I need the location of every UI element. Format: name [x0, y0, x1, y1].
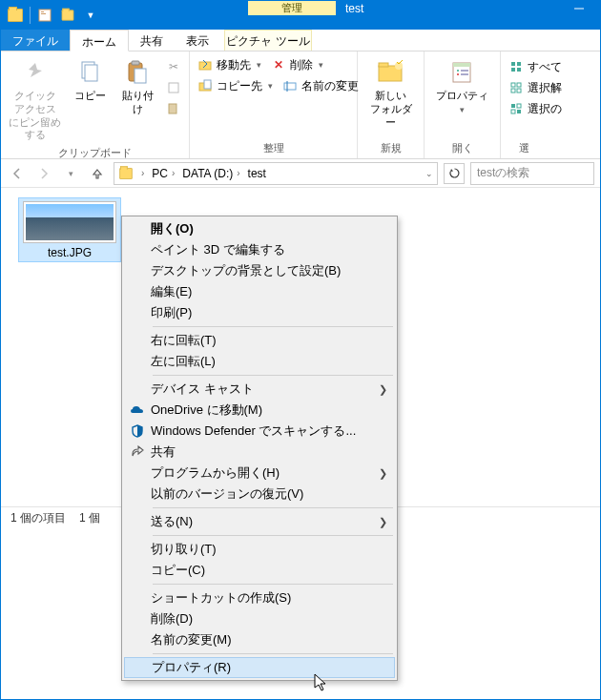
svg-rect-27 — [511, 68, 515, 72]
ctx-open[interactable]: 開く(O) — [124, 218, 395, 239]
ctx-cut[interactable]: 切り取り(T) — [124, 539, 395, 560]
nav-forward-button[interactable] — [33, 163, 54, 184]
ctx-rotate-left[interactable]: 左に回転(L) — [124, 351, 395, 372]
copy-button[interactable]: コピー — [67, 55, 113, 105]
ctx-rename[interactable]: 名前の変更(M) — [124, 629, 395, 650]
svg-point-18 — [395, 62, 403, 70]
paste-shortcut-button[interactable] — [162, 99, 185, 118]
tab-share[interactable]: 共有 — [129, 30, 175, 51]
qat-properties-icon[interactable] — [34, 5, 55, 26]
rename-icon — [282, 78, 298, 93]
ctx-copy[interactable]: コピー(C) — [124, 560, 395, 581]
ctx-defender[interactable]: Windows Defender でスキャンする... — [124, 421, 395, 442]
ctx-create-shortcut[interactable]: ショートカットの作成(S) — [124, 587, 395, 608]
ctx-set-wallpaper[interactable]: デスクトップの背景として設定(B) — [124, 260, 395, 281]
svg-point-21 — [457, 70, 459, 72]
nav-back-button[interactable] — [7, 163, 28, 184]
group-label-organize: 整理 — [194, 139, 353, 158]
search-input[interactable]: testの検索 — [470, 162, 594, 185]
svg-rect-0 — [39, 10, 51, 21]
rename-button[interactable]: 名前の変更 — [279, 76, 363, 95]
chevron-right-icon: ❯ — [373, 383, 387, 396]
properties-button[interactable]: プロパティ ▾ — [432, 55, 492, 117]
explorer-window: ▼ 管理 test ファイル ホーム 共有 表示 — [0, 0, 601, 700]
tab-home[interactable]: ホーム — [70, 30, 129, 51]
share-icon — [124, 445, 151, 459]
svg-rect-23 — [461, 70, 468, 72]
ctx-send-to[interactable]: 送る(N)❯ — [124, 511, 395, 532]
qat-new-folder-icon[interactable] — [57, 5, 78, 26]
svg-rect-35 — [517, 104, 521, 108]
search-placeholder: testの検索 — [477, 165, 529, 181]
breadcrumb-drive[interactable]: DATA (D:)› — [178, 163, 243, 184]
svg-rect-8 — [135, 69, 146, 83]
select-all-button[interactable]: すべて — [505, 57, 566, 76]
breadcrumb[interactable]: › PC› DATA (D:)› test ⌄ — [114, 162, 438, 185]
refresh-button[interactable] — [444, 163, 465, 184]
pin-icon — [20, 57, 51, 88]
ctx-open-with[interactable]: プログラムから開く(H)❯ — [124, 463, 395, 484]
svg-rect-5 — [85, 65, 97, 81]
svg-rect-17 — [379, 63, 388, 67]
nav-recent-dropdown[interactable]: ▾ — [60, 163, 81, 184]
breadcrumb-folder-icon[interactable] — [114, 167, 137, 180]
cut-button[interactable]: ✂ — [162, 57, 185, 76]
move-to-button[interactable]: 移動先▾ — [194, 55, 265, 74]
properties-icon — [447, 57, 478, 88]
svg-rect-26 — [517, 62, 521, 66]
ctx-properties[interactable]: プロパティ(R) — [124, 657, 395, 678]
ribbon-group-organize: 移動先▾ ✕削除▾ コピー先▾ 名前の変更 整理 — [190, 51, 358, 158]
svg-rect-24 — [461, 73, 468, 75]
delete-button[interactable]: ✕削除▾ — [267, 55, 327, 74]
contextual-tab-title: 管理 — [248, 1, 336, 15]
svg-rect-2 — [41, 13, 46, 14]
ctx-edit[interactable]: 編集(E) — [124, 281, 395, 302]
file-item[interactable]: test.JPG — [18, 197, 121, 262]
group-label-clipboard: クリップボード — [5, 144, 185, 163]
svg-rect-9 — [169, 83, 178, 93]
window-controls — [557, 4, 600, 13]
ribbon: クイック アクセス にピン留めする コピー 貼り付け ✂ クリップボード — [1, 51, 600, 159]
svg-rect-28 — [517, 68, 521, 72]
ctx-share[interactable]: 共有 — [124, 442, 395, 463]
ctx-cast[interactable]: デバイス キャスト❯ — [124, 379, 395, 400]
invert-selection-button[interactable]: 選択の — [505, 99, 566, 118]
ctx-print[interactable]: 印刷(P) — [124, 302, 395, 323]
ribbon-group-open: プロパティ ▾ 開く — [425, 51, 501, 158]
copy-path-button[interactable] — [162, 78, 185, 97]
address-bar-row: ▾ › PC› DATA (D:)› test ⌄ testの検索 — [1, 159, 600, 188]
select-all-icon — [508, 59, 524, 74]
chevron-right-icon[interactable]: › — [141, 168, 144, 178]
ctx-restore-versions[interactable]: 以前のバージョンの復元(V) — [124, 484, 395, 504]
tab-file[interactable]: ファイル — [1, 30, 70, 51]
copy-to-button[interactable]: コピー先▾ — [194, 76, 277, 95]
nav-up-button[interactable] — [87, 163, 108, 184]
breadcrumb-folder[interactable]: test — [244, 163, 270, 184]
breadcrumb-pc[interactable]: PC› — [148, 163, 178, 184]
onedrive-icon — [124, 404, 151, 416]
tab-picture-tools[interactable]: ピクチャ ツール — [224, 30, 312, 51]
ctx-onedrive[interactable]: OneDrive に移動(M) — [124, 400, 395, 421]
pin-quick-access-button[interactable]: クイック アクセス にピン留めする — [5, 55, 65, 144]
minimize-button[interactable] — [557, 4, 600, 13]
context-menu: 開く(O) ペイント 3D で編集する デスクトップの背景として設定(B) 編集… — [121, 216, 398, 681]
ctx-separator — [153, 507, 393, 508]
chevron-right-icon: ❯ — [373, 467, 387, 480]
ctx-delete[interactable]: 削除(D) — [124, 608, 395, 629]
ribbon-group-clipboard: クイック アクセス にピン留めする コピー 貼り付け ✂ クリップボード — [1, 51, 190, 158]
svg-rect-10 — [169, 104, 176, 113]
svg-rect-36 — [511, 110, 515, 113]
ctx-edit-paint3d[interactable]: ペイント 3D で編集する — [124, 239, 395, 260]
ctx-rotate-right[interactable]: 右に回転(T) — [124, 330, 395, 351]
tab-view[interactable]: 表示 — [175, 30, 220, 51]
select-none-button[interactable]: 選択解 — [505, 78, 566, 97]
app-folder-icon[interactable] — [5, 5, 26, 26]
paste-button[interactable]: 貼り付け — [114, 55, 160, 118]
qat-dropdown-icon[interactable]: ▼ — [80, 5, 101, 26]
ctx-separator — [153, 326, 393, 327]
breadcrumb-dropdown[interactable]: ⌄ — [422, 163, 437, 184]
svg-rect-25 — [511, 62, 515, 66]
chevron-right-icon: ❯ — [373, 516, 387, 528]
ctx-separator — [153, 653, 393, 654]
new-folder-button[interactable]: 新しい フォルダー — [362, 55, 420, 131]
